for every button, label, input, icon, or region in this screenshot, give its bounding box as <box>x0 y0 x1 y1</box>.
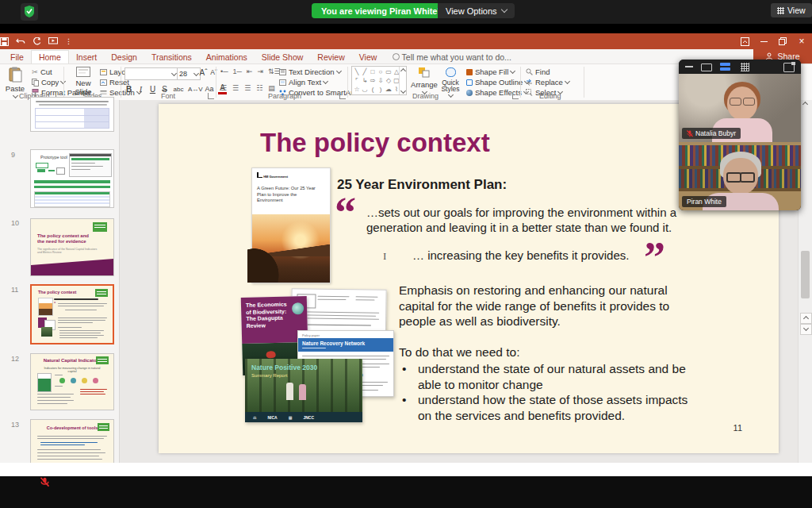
shape-fill-button[interactable]: Shape Fill <box>466 67 515 77</box>
text-direction-button[interactable]: Text Direction <box>279 67 341 77</box>
thumbnail-slide-11-selected[interactable]: The policy context “ <box>30 284 114 344</box>
shrink-font-button[interactable]: Aˇ <box>209 68 218 76</box>
replace-button[interactable]: Replace <box>526 77 569 87</box>
arrange-button[interactable]: Arrange <box>411 67 438 94</box>
gallery-strip-view-icon[interactable] <box>720 63 730 71</box>
italic-button[interactable]: I <box>136 85 145 94</box>
tell-me-box[interactable]: Tell me what you want to do... <box>393 52 511 62</box>
thumbnail-slide-10[interactable]: The policy context and the need for evid… <box>30 218 114 276</box>
find-button[interactable]: Find <box>526 67 550 77</box>
participant-name-badge: Natalia Bubyr <box>682 128 741 139</box>
nature-positive-2030-cover-image: Nature Positive 2030 Summary Report ⚖ NI… <box>245 359 362 422</box>
publications-collage[interactable]: The Economics of Biodiversity: The Dasgu… <box>240 289 399 425</box>
body-paragraph[interactable]: Emphasis on restoring and enhancing our … <box>399 283 699 329</box>
bold-button[interactable]: B <box>124 85 133 94</box>
tab-review[interactable]: Review <box>310 50 351 64</box>
todo-intro[interactable]: To do that we need to: <box>399 345 520 360</box>
shape-effects-button[interactable]: Shape Effects <box>466 87 528 98</box>
bullet-item-1[interactable]: • understand the state of our natural as… <box>399 361 694 392</box>
grow-font-button[interactable]: Aˆ <box>199 68 208 77</box>
mic-muted-icon[interactable] <box>40 477 50 487</box>
video-tile-natalia[interactable]: Natalia Bubyr <box>679 74 801 142</box>
bullet-list-button[interactable]: •─ <box>220 67 228 75</box>
next-slide-button[interactable] <box>800 324 812 335</box>
moorland-photo <box>252 214 330 283</box>
shapes-gallery[interactable]: ╲╱□○▭△ ⌜↳⇨⇩◇▢ ☆◡()☁⌇ <box>351 66 407 95</box>
qat-more-icon[interactable]: ⋮ <box>65 37 72 45</box>
save-icon[interactable] <box>0 37 9 46</box>
scrollbar-thumb[interactable] <box>801 251 810 298</box>
copy-button[interactable]: Copy <box>32 77 65 87</box>
font-dialog-launcher[interactable] <box>208 93 214 99</box>
tab-home[interactable]: Home <box>31 50 69 64</box>
thumbnail-slide-12[interactable]: Natural Capital Indicators Indicators fo… <box>30 353 114 410</box>
undo-icon[interactable] <box>16 37 25 45</box>
increase-indent-button[interactable]: ⇥ <box>257 67 263 75</box>
minimize-panel-icon[interactable] <box>685 66 693 67</box>
security-shield-icon[interactable] <box>21 3 38 21</box>
restore-button[interactable] <box>772 33 793 49</box>
decrease-indent-button[interactable]: ⇤ <box>247 67 253 75</box>
quote-text[interactable]: …sets out our goals for improving the en… <box>366 205 706 235</box>
shape-outline-icon <box>466 79 473 86</box>
thumbnail-number: 13 <box>11 421 19 429</box>
chevron-down-icon <box>500 6 507 13</box>
slide-heading[interactable]: 25 Year Environment Plan: <box>337 177 507 193</box>
align-left-button[interactable]: ☰ <box>220 84 227 92</box>
align-center-button[interactable]: ☰ <box>232 84 239 92</box>
thumbnail-slide-13[interactable]: Co-development of tools <box>30 419 114 463</box>
underline-button[interactable]: U <box>148 85 157 94</box>
tab-view[interactable]: View <box>352 50 385 64</box>
quote-text-2[interactable]: … increasing the key benefits it provide… <box>412 248 629 262</box>
align-right-button[interactable]: ☰ <box>244 84 251 92</box>
redo-icon[interactable] <box>33 37 41 46</box>
tab-design[interactable]: Design <box>104 50 144 64</box>
numbered-list-button[interactable]: 1─ <box>233 67 242 75</box>
align-text-button[interactable]: Align Text <box>279 77 327 87</box>
bullet-item-2[interactable]: • understand how the state of those asse… <box>399 392 694 423</box>
change-case-button[interactable]: Aa <box>204 85 215 93</box>
grid-view-icon <box>777 7 784 14</box>
25-year-plan-cover-image[interactable]: HM Government A Green Future: Our 25 Yea… <box>251 167 331 283</box>
speaker-view-icon[interactable] <box>701 64 712 71</box>
zoom-video-panel[interactable]: Natalia Bubyr Piran White <box>679 60 801 210</box>
view-button[interactable]: View <box>771 3 812 17</box>
font-size-combo[interactable]: 28 <box>177 67 201 80</box>
paste-icon <box>9 67 22 83</box>
justify-button[interactable]: ☷ <box>256 84 262 92</box>
shape-fill-icon <box>466 69 473 75</box>
slide-title[interactable]: The policy context <box>260 128 490 158</box>
popout-panel-icon[interactable] <box>783 63 795 72</box>
ribbon-display-options-button[interactable] <box>734 33 755 49</box>
thumbnail-slide-9[interactable]: Prototype tool <box>30 149 114 208</box>
text-cursor: I <box>383 250 386 263</box>
zoom-bottom-toolbar: 2 Participants Chat Share Screen Record … <box>0 476 812 508</box>
drawing-dialog-launcher[interactable] <box>512 93 519 99</box>
tab-file[interactable]: File <box>3 50 31 64</box>
replace-icon <box>526 79 533 86</box>
close-button[interactable]: × <box>791 33 812 49</box>
tab-animations[interactable]: Animations <box>199 50 255 64</box>
previous-slide-button[interactable] <box>800 313 812 324</box>
font-name-combo[interactable] <box>124 67 178 80</box>
video-tile-piran[interactable]: Piran White <box>679 142 801 210</box>
tab-transitions[interactable]: Transitions <box>144 50 199 64</box>
tab-insert[interactable]: Insert <box>69 50 104 64</box>
view-options-button[interactable]: View Options <box>438 3 515 18</box>
minimize-button[interactable] <box>753 33 774 49</box>
tab-slide-show[interactable]: Slide Show <box>255 50 311 64</box>
cut-button[interactable]: ✂Cut <box>32 67 52 77</box>
slide-thumbnail-pane: 9 Prototype tool <box>0 100 120 463</box>
columns-button[interactable]: ▤ <box>268 84 275 92</box>
shapes-gallery-scroll[interactable] <box>399 67 406 94</box>
grid-view-icon[interactable] <box>741 63 749 71</box>
start-slideshow-icon[interactable] <box>48 37 58 45</box>
mic-muted-icon <box>687 130 693 137</box>
char-spacing-button[interactable]: A↔V <box>188 86 201 93</box>
copy-icon <box>32 79 39 87</box>
scroll-up-icon[interactable] <box>802 102 808 107</box>
thumbnail-slide-8[interactable] <box>30 97 114 132</box>
quick-styles-button[interactable]: Quick Styles <box>438 67 463 97</box>
paragraph-dialog-launcher[interactable] <box>339 93 346 99</box>
child-figure <box>286 383 293 400</box>
